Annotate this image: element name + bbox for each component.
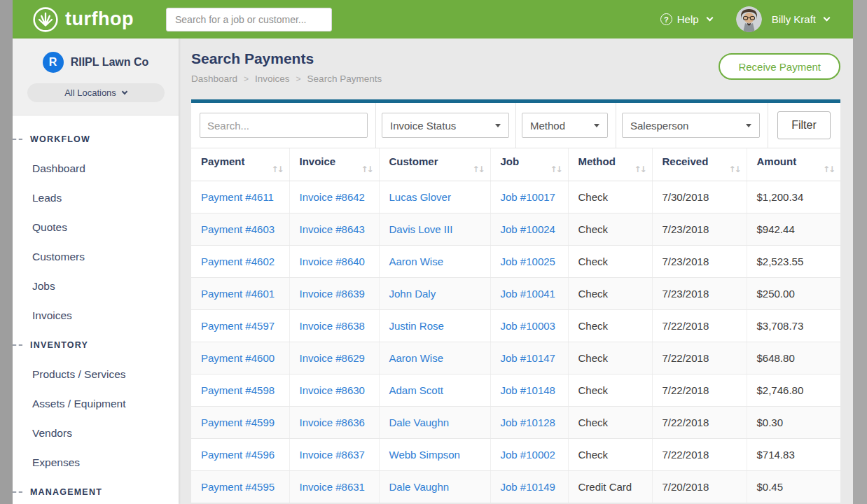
payment-link[interactable]: Payment #4595 — [201, 481, 275, 493]
sidebar: R RIIPL Lawn Co All Locations WORKFLOWDa… — [13, 38, 179, 504]
payment-link[interactable]: Payment #4600 — [201, 352, 275, 364]
invoice-cell: Invoice #8636 — [289, 406, 379, 438]
customer-link[interactable]: Lucas Glover — [389, 191, 451, 203]
column-header-method[interactable]: ↑↓Method — [568, 148, 652, 181]
method-cell: Check — [568, 181, 652, 213]
sidebar-section-workflow: WORKFLOW — [13, 125, 179, 154]
payment-link[interactable]: Payment #4611 — [201, 191, 274, 203]
job-link[interactable]: Job #10148 — [501, 384, 555, 396]
sidebar-item-vendors[interactable]: Vendors — [13, 419, 179, 448]
job-link[interactable]: Job #10041 — [501, 288, 555, 300]
sidebar-item-assets-equipment[interactable]: Assets / Equipment — [13, 389, 179, 419]
page-title: Search Payments — [191, 50, 382, 67]
payment-cell: Payment #4611 — [191, 181, 289, 213]
sidebar-item-customers[interactable]: Customers — [13, 242, 179, 272]
salesperson-select[interactable]: Salesperson — [622, 113, 760, 138]
sidebar-item-jobs[interactable]: Jobs — [13, 272, 179, 301]
global-search-input[interactable] — [166, 8, 332, 31]
sidebar-nav: WORKFLOWDashboardLeadsQuotesCustomersJob… — [13, 115, 179, 504]
method-cell: Check — [568, 213, 652, 245]
column-header-amount[interactable]: ↑↓Amount — [747, 148, 840, 181]
brand-logo[interactable]: turfhop — [32, 6, 134, 33]
job-link[interactable]: Job #10128 — [501, 416, 555, 428]
customer-link[interactable]: Webb Simpson — [389, 449, 460, 461]
job-link[interactable]: Job #10003 — [501, 320, 555, 332]
window-gutter-right — [853, 0, 867, 504]
received-cell: 7/23/2018 — [652, 213, 747, 245]
invoice-link[interactable]: Invoice #8639 — [300, 288, 365, 300]
invoice-link[interactable]: Invoice #8636 — [300, 416, 365, 428]
sidebar-item-invoices[interactable]: Invoices — [13, 301, 179, 330]
job-link[interactable]: Job #10149 — [501, 481, 555, 493]
filter-section-button: Filter — [768, 103, 840, 148]
column-label: Amount — [757, 155, 797, 167]
payment-cell: Payment #4598 — [191, 374, 289, 406]
method-cell: Check — [568, 309, 652, 342]
app-screen: turfhop ? Help — [0, 0, 867, 504]
invoice-link[interactable]: Invoice #8643 — [300, 223, 365, 235]
column-header-job[interactable]: ↑↓Job — [490, 148, 568, 181]
payment-cell: Payment #4601 — [191, 277, 289, 309]
invoice-link[interactable]: Invoice #8638 — [300, 320, 365, 332]
filter-search-input[interactable] — [200, 113, 368, 138]
payment-link[interactable]: Payment #4602 — [201, 255, 275, 267]
method-select[interactable]: Method — [522, 113, 608, 138]
payment-link[interactable]: Payment #4599 — [201, 416, 275, 428]
help-icon: ? — [660, 13, 672, 25]
column-header-payment[interactable]: ↑↓Payment — [191, 148, 289, 181]
method-value: Method — [530, 120, 565, 132]
job-link[interactable]: Job #10017 — [501, 191, 555, 203]
table-row: Payment #4596Invoice #8637Webb SimpsonJo… — [191, 438, 840, 470]
app-body: R RIIPL Lawn Co All Locations WORKFLOWDa… — [13, 38, 853, 504]
job-cell: Job #10149 — [490, 470, 568, 503]
column-header-received[interactable]: ↑↓Received — [652, 148, 747, 181]
job-cell: Job #10147 — [490, 342, 568, 374]
receive-payment-button[interactable]: Receive Payment — [719, 53, 840, 80]
amount-cell: $0.45 — [747, 470, 840, 503]
payment-link[interactable]: Payment #4597 — [201, 320, 275, 332]
invoice-link[interactable]: Invoice #8629 — [300, 352, 365, 364]
job-link[interactable]: Job #10025 — [501, 255, 555, 267]
payment-link[interactable]: Payment #4601 — [201, 288, 275, 300]
invoice-link[interactable]: Invoice #8640 — [300, 255, 365, 267]
customer-link[interactable]: Aaron Wise — [389, 352, 444, 364]
sidebar-item-expenses[interactable]: Expenses — [13, 448, 179, 477]
job-link[interactable]: Job #10147 — [501, 352, 555, 364]
sidebar-item-dashboard[interactable]: Dashboard — [13, 154, 179, 183]
main-content: Search Payments Dashboard > Invoices > S… — [179, 38, 853, 504]
location-selector[interactable]: All Locations — [27, 83, 165, 102]
received-cell: 7/22/2018 — [652, 406, 747, 438]
invoice-link[interactable]: Invoice #8631 — [300, 481, 365, 493]
customer-link[interactable]: Aaron Wise — [389, 255, 444, 267]
customer-link[interactable]: Justin Rose — [389, 320, 444, 332]
invoice-cell: Invoice #8640 — [289, 245, 379, 277]
customer-link[interactable]: Adam Scott — [389, 384, 444, 396]
customer-link[interactable]: Dale Vaughn — [389, 416, 450, 428]
job-link[interactable]: Job #10002 — [501, 449, 555, 461]
sidebar-item-products-services[interactable]: Products / Services — [13, 360, 179, 389]
payment-link[interactable]: Payment #4596 — [201, 449, 275, 461]
invoice-link[interactable]: Invoice #8630 — [300, 384, 365, 396]
invoice-link[interactable]: Invoice #8642 — [300, 191, 365, 203]
payment-link[interactable]: Payment #4598 — [201, 384, 275, 396]
breadcrumb-item-invoices[interactable]: Invoices — [255, 74, 290, 84]
job-cell: Job #10024 — [490, 213, 568, 245]
breadcrumb-item-dashboard[interactable]: Dashboard — [191, 74, 237, 84]
invoice-status-value: Invoice Status — [390, 120, 456, 132]
customer-link[interactable]: Davis Love III — [389, 223, 453, 235]
customer-link[interactable]: John Daly — [389, 288, 436, 300]
invoice-link[interactable]: Invoice #8637 — [300, 449, 365, 461]
filter-button[interactable]: Filter — [777, 111, 831, 139]
sidebar-item-quotes[interactable]: Quotes — [13, 213, 179, 242]
invoice-status-select[interactable]: Invoice Status — [382, 113, 509, 138]
payment-link[interactable]: Payment #4603 — [201, 223, 275, 235]
job-link[interactable]: Job #10024 — [501, 223, 555, 235]
column-header-invoice[interactable]: ↑↓Invoice — [289, 148, 379, 181]
help-menu[interactable]: ? Help — [660, 13, 712, 25]
sidebar-item-leads[interactable]: Leads — [13, 183, 179, 213]
column-header-customer[interactable]: ↑↓Customer — [379, 148, 490, 181]
user-avatar[interactable] — [736, 6, 762, 32]
sort-icon: ↑↓ — [823, 165, 834, 174]
customer-link[interactable]: Dale Vaughn — [389, 481, 450, 493]
user-menu[interactable]: Billy Kraft — [772, 13, 829, 25]
